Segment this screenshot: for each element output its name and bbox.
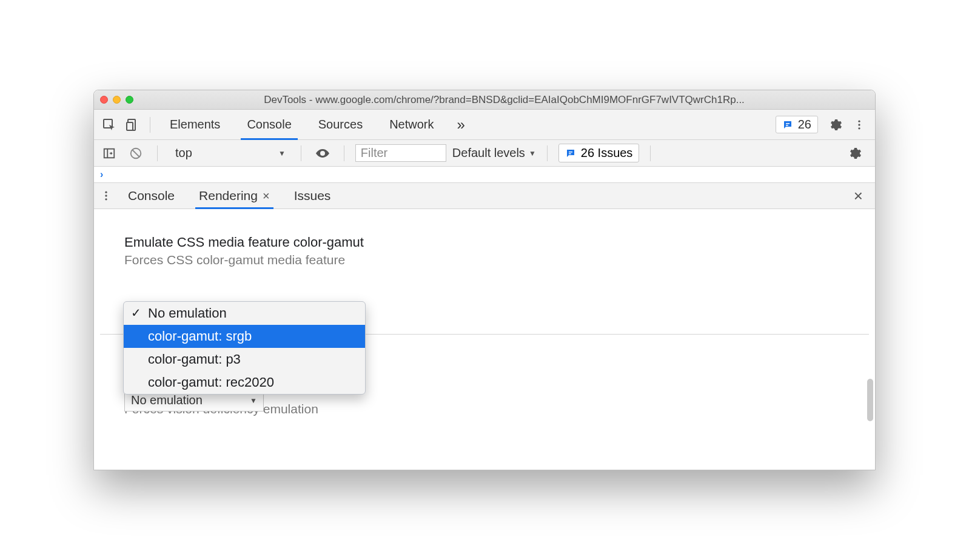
scrollbar-thumb[interactable] [867, 379, 873, 421]
color-gamut-section: Emulate CSS media feature color-gamut Fo… [94, 213, 875, 279]
live-expression-eye-icon[interactable] [312, 147, 333, 159]
drawer-tabstrip: Console Rendering × Issues × [94, 182, 875, 209]
drawer-tab-label: Issues [294, 188, 331, 203]
issues-counter-button[interactable]: 26 [776, 116, 818, 133]
drawer-tab-rendering[interactable]: Rendering × [188, 183, 281, 208]
tab-label: Network [389, 118, 434, 132]
overflow-glyph: » [457, 116, 465, 133]
chevron-down-icon: ▼ [278, 149, 286, 158]
log-levels-selector[interactable]: Default levels ▼ [452, 146, 536, 160]
tab-label: Sources [318, 118, 363, 132]
zoom-window-button[interactable] [126, 96, 133, 104]
drawer-tab-issues[interactable]: Issues [283, 183, 342, 208]
tab-network[interactable]: Network [377, 110, 446, 139]
devtools-window: DevTools - www.google.com/chrome/?brand=… [93, 90, 876, 470]
select-value: No emulation [131, 393, 203, 407]
dropdown-option-srgb[interactable]: color-gamut: srgb [124, 325, 365, 348]
dropdown-option-p3[interactable]: color-gamut: p3 [124, 348, 365, 371]
kebab-menu-icon[interactable] [853, 119, 870, 131]
context-selector[interactable]: top ▼ [172, 144, 290, 162]
option-label: color-gamut: srgb [148, 328, 252, 344]
chevron-down-icon: ▼ [250, 396, 257, 405]
color-gamut-dropdown: No emulation color-gamut: srgb color-gam… [123, 301, 366, 395]
tab-elements[interactable]: Elements [158, 110, 232, 139]
svg-rect-8 [104, 148, 115, 158]
minimize-window-button[interactable] [113, 96, 121, 104]
console-prompt[interactable]: › [94, 167, 875, 182]
tabs-overflow-button[interactable]: » [449, 110, 474, 139]
divider [547, 145, 548, 161]
close-tab-icon[interactable]: × [263, 189, 270, 203]
option-label: No emulation [148, 305, 227, 321]
svg-point-5 [858, 120, 860, 122]
settings-gear-icon[interactable] [828, 118, 851, 132]
window-title: DevTools - www.google.com/chrome/?brand=… [139, 94, 869, 106]
issues-label: 26 Issues [581, 146, 633, 160]
device-toolbar-icon[interactable] [122, 118, 142, 132]
svg-rect-4 [786, 125, 788, 126]
close-window-button[interactable] [100, 96, 108, 104]
message-icon [782, 119, 793, 130]
svg-rect-10 [569, 152, 572, 153]
drawer-tab-label: Console [128, 188, 175, 203]
prompt-caret-icon: › [100, 169, 103, 180]
tab-label: Console [247, 118, 291, 132]
clear-console-icon[interactable] [126, 147, 146, 160]
tab-console[interactable]: Console [235, 110, 303, 139]
inspect-element-icon[interactable] [99, 118, 119, 132]
main-tabstrip: Elements Console Sources Network » 26 [94, 110, 875, 140]
section-heading: Emulate CSS media feature color-gamut [124, 235, 845, 250]
divider [650, 145, 651, 161]
close-drawer-icon[interactable]: × [848, 187, 869, 205]
console-settings-gear-icon[interactable] [847, 146, 870, 161]
console-toolbar: top ▼ Filter Default levels ▼ 26 Issues [94, 140, 875, 167]
svg-point-13 [105, 195, 107, 196]
divider [301, 145, 301, 161]
svg-point-12 [105, 192, 107, 193]
filter-input[interactable]: Filter [355, 144, 446, 162]
issues-count: 26 [798, 118, 811, 132]
tab-label: Elements [170, 118, 220, 132]
tab-sources[interactable]: Sources [306, 110, 375, 139]
divider [150, 117, 150, 133]
levels-label: Default levels [452, 146, 525, 160]
divider [157, 145, 158, 161]
svg-point-14 [105, 198, 107, 200]
drawer-tab-label: Rendering [199, 188, 258, 203]
dropdown-option-rec2020[interactable]: color-gamut: rec2020 [124, 371, 365, 394]
option-label: color-gamut: rec2020 [148, 375, 274, 390]
svg-point-6 [858, 124, 860, 125]
message-icon [565, 148, 576, 159]
dropdown-option-no-emulation[interactable]: No emulation [124, 302, 365, 325]
svg-rect-11 [569, 153, 571, 155]
section-description: Forces CSS color-gamut media feature [124, 253, 845, 267]
traffic-lights [100, 96, 133, 104]
context-value: top [175, 146, 192, 159]
chevron-down-icon: ▼ [529, 149, 536, 158]
titlebar: DevTools - www.google.com/chrome/?brand=… [94, 90, 875, 110]
show-console-sidebar-icon[interactable] [99, 147, 119, 160]
option-label: color-gamut: p3 [148, 352, 241, 367]
drawer-menu-icon[interactable] [100, 190, 115, 202]
filter-placeholder: Filter [361, 146, 387, 159]
svg-rect-3 [786, 123, 790, 124]
issues-button[interactable]: 26 Issues [558, 144, 640, 162]
rendering-pane: Emulate CSS media feature color-gamut Fo… [94, 209, 875, 470]
svg-rect-2 [127, 122, 133, 130]
divider [344, 145, 344, 161]
svg-point-7 [858, 127, 860, 129]
drawer-tab-console[interactable]: Console [117, 183, 186, 208]
